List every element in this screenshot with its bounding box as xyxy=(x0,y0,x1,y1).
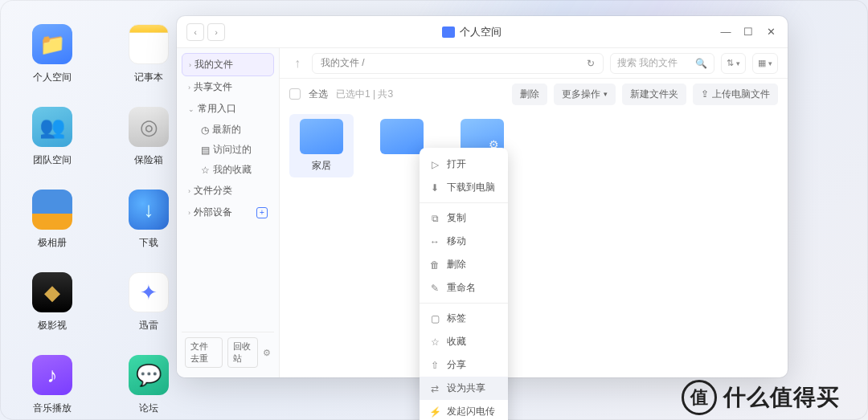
add-device-button[interactable]: + xyxy=(256,207,268,218)
flash-icon: ⚡ xyxy=(429,406,440,418)
ctx-set-share[interactable]: ⇄设为共享 xyxy=(420,377,508,400)
ctx-copy[interactable]: ⧉复制 xyxy=(420,206,508,230)
ctx-tag[interactable]: ▢标签 xyxy=(420,307,508,330)
chevron-right-icon: › xyxy=(188,209,190,217)
search-icon: 🔍 xyxy=(695,58,707,69)
ctx-open[interactable]: ▷打开 xyxy=(420,153,508,176)
selection-status: 已选中1 | 共3 xyxy=(336,88,393,101)
tag-icon: ▢ xyxy=(429,313,440,324)
watermark-icon: 值 xyxy=(682,380,717,415)
ctx-share[interactable]: ⇧分享 xyxy=(420,353,508,377)
music-icon: ♪ xyxy=(32,355,72,395)
file-item[interactable]: 家居 xyxy=(289,114,354,177)
settings-button[interactable]: ⚙ xyxy=(263,348,271,358)
maximize-button[interactable]: ☐ xyxy=(741,25,755,39)
folder-icon xyxy=(380,119,424,154)
notepad-icon xyxy=(129,24,169,64)
new-folder-button[interactable]: 新建文件夹 xyxy=(622,84,686,105)
sidebar-sub-favorites[interactable]: ☆我的收藏 xyxy=(196,160,274,180)
sidebar-item-external[interactable]: ›外部设备+ xyxy=(182,202,274,223)
desktop-icons: 📁个人空间 👥团队空间 极相册 ◆极影视 ♪音乐播放 记事本 ◎保险箱 ↓下载 … xyxy=(24,24,177,415)
select-all-checkbox[interactable] xyxy=(289,88,301,100)
search-placeholder: 搜索 我的文件 xyxy=(617,56,678,70)
up-button[interactable]: ↑ xyxy=(289,56,305,71)
rename-icon: ✎ xyxy=(429,283,440,294)
chevron-right-icon: › xyxy=(189,61,191,69)
more-actions-button[interactable]: 更多操作▾ xyxy=(554,84,616,105)
file-grid: 家居 mars xyxy=(280,109,788,377)
copy-icon: ⧉ xyxy=(429,213,440,224)
delete-button[interactable]: 删除 xyxy=(512,84,547,105)
sidebar-item-categories[interactable]: ›文件分类 xyxy=(182,180,274,202)
globe-download-icon: ↓ xyxy=(129,190,169,230)
desktop-icon-gallery[interactable]: 极相册 xyxy=(24,190,80,250)
sidebar-sub-visited[interactable]: ▤访问过的 xyxy=(196,140,274,160)
close-button[interactable]: ✕ xyxy=(764,25,778,39)
desktop-icon-team-space[interactable]: 👥团队空间 xyxy=(24,107,80,167)
nav-forward-button[interactable]: › xyxy=(207,23,225,41)
upload-icon: ⇪ xyxy=(701,88,709,100)
desktop-icon-notepad[interactable]: 记事本 xyxy=(121,24,177,84)
desktop-icon-download[interactable]: ↓下载 xyxy=(121,190,177,250)
actionbar: 全选 已选中1 | 共3 删除 更多操作▾ 新建文件夹 ⇪上传电脑文件 xyxy=(280,79,788,109)
chevron-right-icon: › xyxy=(188,187,190,195)
ctx-delete[interactable]: 🗑删除 xyxy=(420,253,508,276)
select-all-label: 全选 xyxy=(309,88,328,101)
trash-button[interactable]: 回收站 xyxy=(227,337,258,368)
titlebar: ‹ › 个人空间 — ☐ ✕ xyxy=(177,16,788,48)
gallery-icon xyxy=(32,190,72,230)
team-folder-icon: 👥 xyxy=(32,107,72,147)
clock-icon: ◷ xyxy=(201,124,209,136)
file-manager-window: ‹ › 个人空间 — ☐ ✕ ›我的文件 ›共享文件 ⌄常用入口 ◷最新的 ▤访… xyxy=(177,16,788,377)
desktop-icon-music[interactable]: ♪音乐播放 xyxy=(24,355,80,415)
desktop-icon-video[interactable]: ◆极影视 xyxy=(24,272,80,332)
sidebar: ›我的文件 ›共享文件 ⌄常用入口 ◷最新的 ▤访问过的 ☆我的收藏 ›文件分类… xyxy=(177,48,280,377)
sidebar-item-my-files[interactable]: ›我的文件 xyxy=(182,53,274,76)
share-icon: ⇧ xyxy=(429,360,440,371)
sort-button[interactable]: ⇅▾ xyxy=(721,53,746,74)
history-icon: ▤ xyxy=(201,145,210,156)
upload-button[interactable]: ⇪上传电脑文件 xyxy=(693,84,778,105)
ctx-move[interactable]: ↔移动 xyxy=(420,230,508,253)
chevron-down-icon: ⌄ xyxy=(188,105,194,113)
context-menu: ▷打开 ⬇下载到电脑 ⧉复制 ↔移动 🗑删除 ✎重命名 ▢标签 ☆收藏 ⇧分享 … xyxy=(420,148,508,420)
forum-icon: 💬 xyxy=(129,355,169,395)
desktop-icon-personal-space[interactable]: 📁个人空间 xyxy=(24,24,80,84)
sidebar-item-quick[interactable]: ⌄常用入口 xyxy=(182,98,274,120)
folder-icon: 📁 xyxy=(32,24,72,64)
star-icon: ☆ xyxy=(429,336,440,348)
breadcrumb[interactable]: 我的文件 / ↻ xyxy=(312,53,604,74)
nav-back-button[interactable]: ‹ xyxy=(186,23,204,41)
folder-icon xyxy=(442,27,455,38)
star-icon: ☆ xyxy=(201,165,210,176)
video-icon: ◆ xyxy=(32,272,72,312)
trash-icon: 🗑 xyxy=(429,259,440,271)
xunlei-icon: ✦ xyxy=(129,272,169,312)
desktop-icon-safe[interactable]: ◎保险箱 xyxy=(121,107,177,167)
dedup-button[interactable]: 文件去重 xyxy=(185,337,223,368)
toolbar: ↑ 我的文件 / ↻ 搜索 我的文件 🔍 ⇅▾ ▦▾ xyxy=(280,48,788,79)
view-button[interactable]: ▦▾ xyxy=(752,53,778,74)
minimize-button[interactable]: — xyxy=(719,25,733,39)
ctx-rename[interactable]: ✎重命名 xyxy=(420,276,508,300)
ctx-favorite[interactable]: ☆收藏 xyxy=(420,330,508,353)
set-share-icon: ⇄ xyxy=(429,383,440,394)
folder-icon xyxy=(300,119,343,154)
chevron-right-icon: › xyxy=(188,84,190,92)
safe-icon: ◎ xyxy=(129,107,169,147)
desktop-icon-xunlei[interactable]: ✦迅雷 xyxy=(121,272,177,332)
ctx-download[interactable]: ⬇下载到电脑 xyxy=(420,176,508,199)
window-title: 个人空间 xyxy=(225,25,719,39)
open-icon: ▷ xyxy=(429,159,440,170)
desktop-icon-forum[interactable]: 💬论坛 xyxy=(121,355,177,415)
search-input[interactable]: 搜索 我的文件 🔍 xyxy=(610,53,714,74)
watermark: 值 什么值得买 xyxy=(682,365,868,420)
ctx-flash[interactable]: ⚡发起闪电传 xyxy=(420,400,508,420)
refresh-button[interactable]: ↻ xyxy=(587,58,595,69)
sidebar-item-shared[interactable]: ›共享文件 xyxy=(182,76,274,98)
move-icon: ↔ xyxy=(429,236,440,247)
download-icon: ⬇ xyxy=(429,182,440,194)
chevron-down-icon: ▾ xyxy=(604,90,608,98)
sidebar-sub-recent[interactable]: ◷最新的 xyxy=(196,120,274,140)
